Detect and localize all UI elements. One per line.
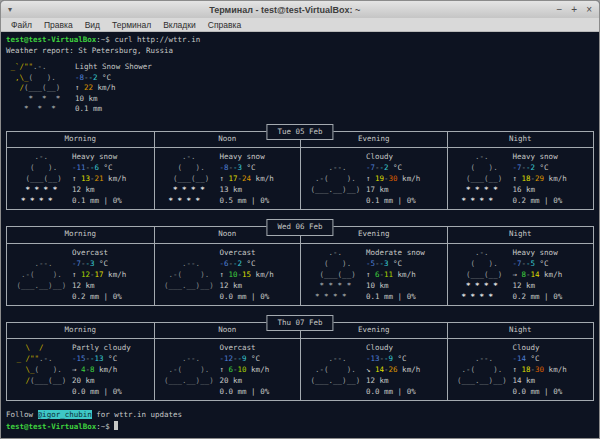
visibility-value: 13 km	[220, 184, 299, 195]
wind-value: ↑ 18-29 km/h	[513, 173, 592, 184]
precipitation-value: 0.1 mm | 0%	[366, 195, 445, 206]
precipitation-value: 0.1 mm | 0%	[366, 291, 445, 302]
titlebar[interactable]: ▾ Терминал - test@test-VirtualBox: ~ − +…	[1, 1, 599, 18]
forecast-cell: \ / _ /"".-. \_( ). /(___(__) Partly clo…	[7, 339, 154, 400]
weather-art-icon: .-. ( ). (___(__) * * * * * * * *	[453, 151, 513, 206]
forecast-details: Cloudy-13--9 °C↘ 14-26 km/h12 km0.0 mm |…	[366, 342, 445, 397]
visibility-value: 14 km	[513, 375, 592, 386]
weather-art-icon: \ / _ /"".-. \_( ). /(___(__)	[12, 342, 72, 397]
temperature-value: -6--2 °C	[220, 258, 299, 269]
forecast-cell: .-. ( ). (___(__) * * * * * * * * Heavy …	[448, 148, 594, 209]
visibility-value: 12 km	[513, 280, 592, 291]
forecast-table: Tue 05 FebMorning .-. ( ). (___(__) * * …	[6, 131, 594, 211]
current-details: Light Snow Shower -8--2 °C ↑ 22 km/h 10 …	[75, 62, 594, 115]
window-menu-icon[interactable]: ▾	[8, 5, 22, 14]
menu-tabs[interactable]: Вкладки	[157, 20, 202, 30]
maximize-button[interactable]: +	[571, 1, 577, 18]
period-header: Morning	[7, 132, 154, 149]
command-prompt-line: test@test-VirtualBox:~$ curl http://wttr…	[6, 35, 594, 46]
menu-file[interactable]: Файл	[5, 20, 38, 30]
terminal-screen[interactable]: test@test-VirtualBox:~$ curl http://wttr…	[1, 32, 599, 438]
temperature-value: -13--9 °C	[366, 353, 445, 364]
weather-art-icon: .-. ( ). (___(__) * * * * * * * *	[453, 247, 513, 302]
forecast-details: Overcast-12--9 °C↑ 6-10 km/h20 km0.0 mm …	[220, 342, 299, 397]
forecast-table: Thu 07 FebMorning \ / _ /"".-. \_( ). /(…	[6, 322, 594, 402]
visibility-value: 12 km	[72, 184, 152, 195]
menu-terminal[interactable]: Терминал	[106, 20, 157, 30]
weather-art-icon: .--. .-( ). (___.__)__)	[306, 342, 366, 397]
menu-view[interactable]: Вид	[79, 20, 106, 30]
weather-art-icon: .-. ( ). (___(__) * * * * * * * *	[306, 247, 366, 302]
condition-label: Cloudy	[366, 342, 445, 353]
minimize-button[interactable]: −	[556, 1, 562, 18]
forecast-details: Heavy snow-8--3 °C↑ 17-24 km/h13 km0.5 m…	[220, 151, 299, 206]
wind-value: → 8-14 km/h	[513, 269, 592, 280]
visibility-value: 12 km	[72, 280, 152, 291]
idle-prompt-line: test@test-VirtualBox:~$	[6, 421, 594, 432]
condition-label: Cloudy	[366, 151, 445, 162]
period-header: Morning	[7, 227, 154, 244]
temperature-value: -12--9 °C	[220, 353, 299, 364]
forecast-column: Noon .-. ( ). (___(__) * * * * * * * * H…	[154, 132, 301, 210]
date-label: Tue 05 Feb	[266, 124, 333, 141]
forecast-grid: Morning \ / _ /"".-. \_( ). /(___(__) Pa…	[7, 323, 593, 401]
forecast-grid: Morning .--. .-( ). (___.__)__) Overcast…	[7, 227, 593, 305]
prompt-user: test@test-VirtualBox	[6, 35, 96, 44]
condition-label: Heavy snow	[72, 151, 152, 162]
forecast-column: Noon .--. .-( ). (___.__)__) Overcast-12…	[154, 323, 301, 401]
wind-value: ↑ 13-21 km/h	[72, 173, 152, 184]
forecast-details: Cloudy-7--2 °C↑ 19-30 km/h17 km0.1 mm | …	[366, 151, 445, 206]
precipitation-value: 0.2 mm | 0%	[513, 195, 592, 206]
temperature-value: -8--3 °C	[220, 162, 299, 173]
condition-label: Moderate snow	[366, 247, 445, 258]
forecast-cell: .--. .-( ). (___.__)__) Cloudy-13--9 °C↘…	[301, 339, 447, 400]
temperature-value: -11--6 °C	[72, 162, 152, 173]
wind-value: ↑ 18-30 km/h	[513, 364, 592, 375]
forecast-table: Wed 06 FebMorning .--. .-( ). (___.__)__…	[6, 226, 594, 306]
weather-art-icon: .--. .-( ). (___.__)__)	[453, 342, 513, 397]
forecast-column: Night .-. ( ). (___(__) * * * * * * * * …	[447, 132, 594, 210]
igor-chubin-handle-link[interactable]: @igor_chubin	[38, 410, 92, 419]
forecast-column: Night .-. ( ). (___(__) * * * * * * * * …	[447, 227, 594, 305]
wind-value: ↘ 14-26 km/h	[366, 364, 445, 375]
forecast-details: Partly cloudy-15--13 °C→ 4-8 km/h20 km0.…	[72, 342, 152, 397]
forecast-details: Heavy snow-7--2 °C↑ 18-29 km/h16 km0.2 m…	[513, 151, 592, 206]
period-header: Morning	[7, 323, 154, 340]
forecast-cell: .--. .-( ). (___.__)__) Overcast-6--2 °C…	[155, 244, 301, 305]
menubar: Файл Правка Вид Терминал Вкладки Справка	[1, 18, 599, 32]
forecast-cell: .-. ( ). (___(__) * * * * * * * * Modera…	[301, 244, 447, 305]
forecast-details: Heavy snow-7--5 °C→ 8-14 km/h12 km0.2 mm…	[513, 247, 592, 302]
forecast-details: Overcast-7--3 °C↑ 12-17 km/h12 km0.2 mm …	[72, 247, 152, 302]
condition-label: Overcast	[72, 247, 152, 258]
wind-value: ↑ 17-24 km/h	[220, 173, 299, 184]
precipitation-value: 0.0 mm | 0%	[220, 291, 299, 302]
visibility-value: 12 km	[366, 375, 445, 386]
forecast-cell: .-. ( ). (___(__) * * * * * * * * Heavy …	[155, 148, 301, 209]
footer-line: Follow @igor_chubin for wttr.in updates	[6, 410, 594, 421]
temperature-value: -5--3 °C	[366, 258, 445, 269]
condition-label: Cloudy	[513, 342, 592, 353]
visibility-value: 20 km	[72, 375, 152, 386]
forecast-cell: .--. .-( ). (___.__)__) Overcast-7--3 °C…	[7, 244, 154, 305]
close-button[interactable]: ×	[586, 1, 592, 18]
report-header: Weather report: St Petersburg, Russia	[6, 46, 594, 57]
precipitation-value: 0.0 mm | 0%	[220, 386, 299, 397]
current-wind: ↑ 22 km/h	[75, 83, 594, 94]
window-title: Терминал - test@test-VirtualBox: ~	[22, 5, 547, 15]
temperature-value: -15--13 °C	[72, 353, 152, 364]
prompt-symbol: $	[105, 35, 110, 44]
wind-value: ↑ 19-30 km/h	[366, 173, 445, 184]
wind-value: ↑ 6-11 km/h	[366, 269, 445, 280]
menu-edit[interactable]: Правка	[38, 20, 79, 30]
current-temperature: -8--2 °C	[75, 73, 594, 84]
forecast-column: Noon .--. .-( ). (___.__)__) Overcast-6-…	[154, 227, 301, 305]
visibility-value: 10 km	[366, 280, 445, 291]
visibility-value: 20 km	[220, 375, 299, 386]
weather-art-icon: .--. .-( ). (___.__)__)	[160, 247, 220, 302]
wind-value: ↑ 10-15 km/h	[220, 269, 299, 280]
temperature-value: -7--2 °C	[366, 162, 445, 173]
forecast-tables: Tue 05 FebMorning .-. ( ). (___(__) * * …	[6, 131, 594, 402]
temperature-value: -7--2 °C	[513, 162, 592, 173]
weather-art-icon: .-. ( ). (___(__) * * * * * * * *	[160, 151, 220, 206]
menu-help[interactable]: Справка	[202, 20, 247, 30]
